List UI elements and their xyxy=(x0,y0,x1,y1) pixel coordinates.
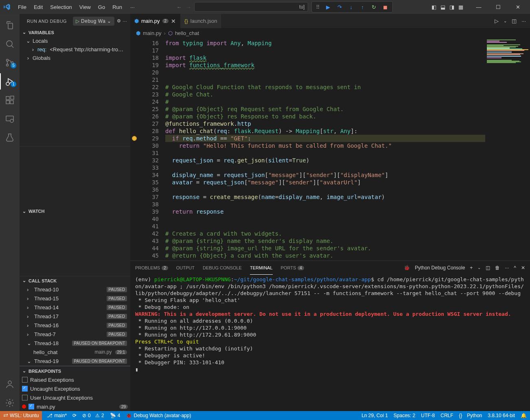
status-branch[interactable]: ⎇main* xyxy=(47,413,67,418)
window-maximize[interactable]: ☐ xyxy=(489,1,507,13)
nav-forward-icon[interactable]: → xyxy=(186,4,191,10)
layout-panel-bottom-icon[interactable]: ⬓ xyxy=(440,4,445,10)
close-panel-icon[interactable]: ✕ xyxy=(521,265,525,271)
step-over-icon[interactable]: ↷ xyxy=(336,4,343,10)
menu-file[interactable]: File xyxy=(15,2,30,12)
layout-customize-icon[interactable]: ▦ xyxy=(458,4,463,10)
debug-config-select[interactable]: ▷ Debug Wa ⌄ xyxy=(73,17,114,26)
panel-tab-ports[interactable]: PORTS4 xyxy=(281,264,304,272)
restart-icon[interactable]: ↻ xyxy=(370,4,377,10)
menu-edit[interactable]: Edit xyxy=(31,2,46,12)
close-icon[interactable]: ✕ xyxy=(171,18,176,24)
thread-row[interactable]: ⌄Thread-18PAUSED ON BREAKPOINT xyxy=(20,339,130,348)
breakpoint-checkbox[interactable] xyxy=(28,404,34,409)
chevron-down-icon[interactable]: ⌄ xyxy=(477,265,481,270)
status-debug-session[interactable]: 🐞Debug Watch (avatar-app) xyxy=(126,413,191,418)
checkbox[interactable] xyxy=(22,386,28,392)
step-out-icon[interactable]: ↑ xyxy=(359,4,366,10)
status-notifications[interactable]: 🔔 xyxy=(521,413,527,418)
panel-tab-problems[interactable]: PROBLEMS2 xyxy=(135,264,168,272)
breakpoint-exception[interactable]: Raised Exceptions xyxy=(20,375,130,384)
menu-view[interactable]: View xyxy=(76,2,94,12)
breadcrumb[interactable]: ⬢ main.py › ⬡ hello_chat xyxy=(130,28,530,38)
status-remote[interactable]: ⮂WSL: Ubuntu xyxy=(0,411,42,420)
scope-globals[interactable]: ›Globals xyxy=(20,54,130,62)
activity-search[interactable] xyxy=(0,36,20,52)
thread-row[interactable]: ⌄Thread-19PAUSED ON BREAKPOINT xyxy=(20,357,130,365)
stack-frame[interactable]: hello_chatmain.py29:1 xyxy=(20,348,130,357)
split-icon[interactable]: ◫ xyxy=(512,18,517,24)
layout-panel-left-icon[interactable]: ◧ xyxy=(431,4,436,10)
activity-scm[interactable]: 5 xyxy=(0,55,20,71)
activity-remote[interactable] xyxy=(0,111,20,127)
thread-row[interactable]: ›Thread-14PAUSED xyxy=(20,303,130,312)
activity-explorer[interactable] xyxy=(0,17,20,33)
tab-launch-json[interactable]: {}launch.json xyxy=(180,14,221,28)
menu-overflow[interactable]: ··· xyxy=(127,2,138,12)
thread-row[interactable]: ›Thread-16PAUSED xyxy=(20,321,130,330)
section-breakpoints[interactable]: ⌄BREAKPOINTS xyxy=(20,367,130,375)
stop-icon[interactable]: ◼ xyxy=(382,4,388,10)
panel-tab-debug-console[interactable]: DEBUG CONSOLE xyxy=(203,264,242,272)
nav-back-icon[interactable]: ← xyxy=(176,4,182,10)
editor-body[interactable]: 1617181920212223242526272829303132333435… xyxy=(130,38,530,260)
scope-locals[interactable]: ⌄Locals xyxy=(20,37,130,45)
thread-row[interactable]: ›Thread-7PAUSED xyxy=(20,330,130,339)
svg-point-2 xyxy=(7,64,9,66)
status-python[interactable]: 3.8.10 64-bit xyxy=(488,413,515,418)
status-ports[interactable]: 📡4 xyxy=(110,413,120,418)
var-req[interactable]: ›req:<Request 'http://charming-tro… xyxy=(20,45,130,54)
activity-testing[interactable] xyxy=(0,129,20,146)
chevron-down-icon[interactable]: ⌄ xyxy=(504,19,507,23)
checkbox[interactable] xyxy=(22,377,28,383)
status-cursor[interactable]: Ln 29, Col 1 xyxy=(361,413,388,418)
activity-extensions[interactable] xyxy=(0,92,20,108)
more-icon[interactable]: ··· xyxy=(123,19,127,24)
status-spaces[interactable]: Spaces: 2 xyxy=(394,413,415,418)
run-icon[interactable]: ▷ xyxy=(495,18,499,24)
status-lang[interactable]: {} Python xyxy=(459,413,482,418)
line-gutter[interactable]: 1617181920212223242526272829303132333435… xyxy=(141,38,165,260)
thread-row[interactable]: ›Thread-15PAUSED xyxy=(20,294,130,303)
thread-row[interactable]: ›Thread-17PAUSED xyxy=(20,312,130,321)
status-sync[interactable]: ⟳ xyxy=(72,413,77,418)
status-encoding[interactable]: UTF-8 xyxy=(421,413,435,418)
maximize-panel-icon[interactable]: ^ xyxy=(514,265,516,271)
more-icon[interactable]: ··· xyxy=(521,18,526,24)
continue-icon[interactable]: ▶ xyxy=(325,4,331,10)
activity-debug[interactable]: 1 xyxy=(0,73,20,90)
section-watch[interactable]: ⌄WATCH xyxy=(20,146,130,276)
terminal-content[interactable]: (env) pierrick@LAPTOP-HKU5PNNG:~/git/goo… xyxy=(130,274,530,411)
thread-row[interactable]: ›Thread-10PAUSED xyxy=(20,285,130,294)
breakpoint-exception[interactable]: User Uncaught Exceptions xyxy=(20,393,130,402)
breakpoint-file[interactable]: main.py 29 xyxy=(20,402,130,411)
checkbox[interactable] xyxy=(22,395,28,400)
grip-icon[interactable]: ⠿ xyxy=(316,4,320,10)
more-icon[interactable]: ··· xyxy=(505,265,509,271)
breakpoint-exception[interactable]: Uncaught Exceptions xyxy=(20,384,130,393)
new-terminal-icon[interactable]: + xyxy=(470,265,473,271)
gear-icon[interactable]: ⚙ xyxy=(117,18,121,24)
window-minimize[interactable]: — xyxy=(470,1,488,13)
panel-tab-terminal[interactable]: TERMINAL xyxy=(250,264,273,272)
terminal-profile-label[interactable]: Python Debug Console xyxy=(415,265,465,271)
status-problems[interactable]: ⊘0 ⚠2 xyxy=(82,413,104,418)
status-eol[interactable]: CRLF xyxy=(440,413,453,418)
activity-settings[interactable] xyxy=(0,395,20,411)
window-close[interactable]: ✕ xyxy=(509,1,527,13)
menu-run[interactable]: Run xyxy=(109,2,125,12)
activity-accounts[interactable] xyxy=(0,376,20,392)
section-variables[interactable]: ⌄VARIABLES xyxy=(20,28,130,37)
layout-panel-right-icon[interactable]: ◨ xyxy=(449,4,454,10)
trash-icon[interactable]: 🗑 xyxy=(495,265,500,271)
panel-tab-output[interactable]: OUTPUT xyxy=(176,264,195,272)
tab-main-py[interactable]: ⬢main.py2✕ xyxy=(130,14,180,28)
minimap[interactable] xyxy=(485,38,530,260)
split-terminal-icon[interactable]: ◫ xyxy=(486,265,490,271)
code-content[interactable]: from typing import Any, Mapping import f… xyxy=(165,38,485,260)
menu-selection[interactable]: Selection xyxy=(47,2,75,12)
command-center[interactable]: tu] xyxy=(194,2,308,12)
step-into-icon[interactable]: ↓ xyxy=(348,4,354,10)
menu-go[interactable]: Go xyxy=(95,2,108,12)
section-callstack[interactable]: ⌄CALL STACK xyxy=(20,276,130,285)
